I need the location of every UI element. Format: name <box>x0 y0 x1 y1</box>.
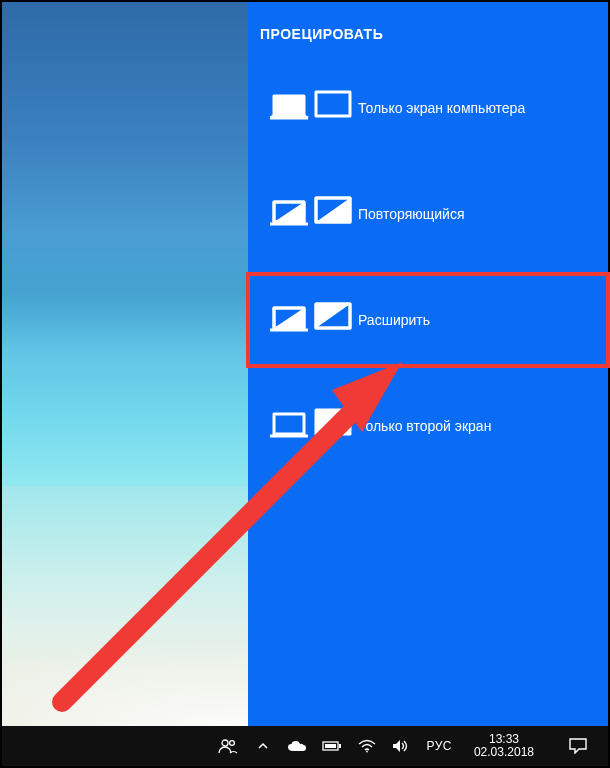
language-indicator[interactable]: РУС <box>426 726 452 766</box>
taskbar: РУС 13:33 02.03.2018 <box>2 726 608 766</box>
onedrive-icon[interactable] <box>288 726 306 766</box>
project-option-label: Только второй экран <box>358 418 491 434</box>
volume-icon[interactable] <box>392 726 410 766</box>
clock-date: 02.03.2018 <box>474 746 534 759</box>
second-only-icon <box>270 404 358 448</box>
system-tray: РУС 13:33 02.03.2018 <box>218 726 608 766</box>
svg-rect-10 <box>274 414 304 434</box>
svg-point-14 <box>222 740 228 746</box>
duplicate-icon <box>270 192 358 236</box>
pc-only-icon <box>270 86 358 130</box>
svg-point-15 <box>230 741 235 746</box>
taskbar-clock[interactable]: 13:33 02.03.2018 <box>468 733 540 759</box>
project-flyout-title: ПРОЕЦИРОВАТЬ <box>248 2 608 62</box>
project-option-label: Повторяющийся <box>358 206 464 222</box>
project-flyout-panel: ПРОЕЦИРОВАТЬ Только экран компьютера <box>248 2 608 726</box>
battery-icon[interactable] <box>322 726 342 766</box>
svg-rect-17 <box>339 744 341 748</box>
project-option-label: Только экран компьютера <box>358 100 525 116</box>
screenshot-frame: ПРОЕЦИРОВАТЬ Только экран компьютера <box>0 0 610 768</box>
svg-rect-0 <box>274 96 304 116</box>
svg-rect-18 <box>325 744 336 748</box>
wifi-icon[interactable] <box>358 726 376 766</box>
project-option-label: Расширить <box>358 312 430 328</box>
people-icon[interactable] <box>218 726 238 766</box>
project-option-pc-only[interactable]: Только экран компьютера <box>248 62 608 154</box>
project-option-second-only[interactable]: Только второй экран <box>248 380 608 472</box>
extend-icon <box>270 298 358 342</box>
svg-point-19 <box>367 751 369 753</box>
action-center-icon[interactable] <box>556 726 600 766</box>
tray-overflow-chevron-icon[interactable] <box>254 726 272 766</box>
project-option-duplicate[interactable]: Повторяющийся <box>248 168 608 260</box>
svg-rect-1 <box>316 92 350 116</box>
project-option-extend[interactable]: Расширить <box>248 274 608 366</box>
svg-rect-11 <box>316 410 350 434</box>
